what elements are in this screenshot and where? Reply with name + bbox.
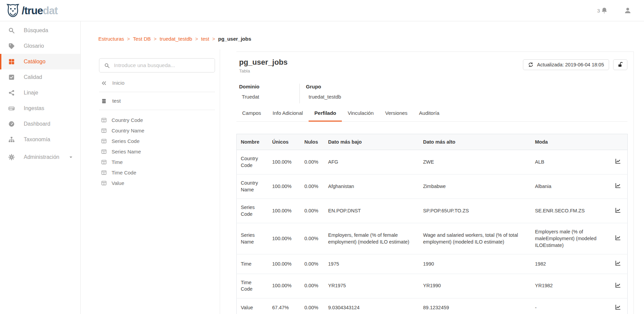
sidebar-item-dashboard[interactable]: Dashboard (0, 116, 80, 132)
group-field: Grupo truedat_testdb (299, 84, 341, 103)
sidebar-nav: Búsqueda Glosario Catálogo Calidad (0, 21, 81, 314)
owl-logo-icon (5, 3, 20, 18)
check-square-icon (8, 74, 15, 81)
unique-value: 100.00% (268, 174, 300, 199)
tree-item-country-name[interactable]: Country Name (99, 127, 215, 134)
sitemap-icon (8, 136, 15, 143)
notification-count-badge: 3 (597, 8, 600, 14)
profile-table: Nombre Únicos Nulos Dato más bajo Dato m… (236, 134, 628, 314)
table-columns-icon (101, 128, 107, 133)
nulls-value: 0.00% (300, 254, 324, 274)
tree-item-country-code[interactable]: Country Code (99, 116, 215, 124)
refresh-updated-button[interactable]: Actualizada: 2019-06-04 18:05 (523, 59, 609, 70)
sidebar-item-busqueda[interactable]: Búsqueda (0, 23, 80, 38)
chart-line-icon[interactable] (615, 234, 621, 241)
tree-root-node[interactable]: test (99, 98, 215, 104)
sidebar-item-label: Taxonomía (24, 137, 50, 143)
top-header: /truedat 3 (0, 0, 644, 21)
breadcrumb: Estructuras > Test DB > truedat_testdb >… (98, 36, 251, 42)
breadcrumb-link-test[interactable]: test (201, 36, 209, 42)
nulls-value: 0.00% (300, 223, 324, 254)
group-label: Grupo (306, 84, 341, 89)
table-row: Series Name 100.00% 0.00% Employers, fem… (237, 223, 628, 254)
field-name-link[interactable]: Series Code (237, 199, 268, 223)
column-header-actions (609, 134, 628, 150)
nulls-value: 0.00% (300, 199, 324, 223)
unique-value: 100.00% (268, 274, 300, 298)
sidebar-item-label: Catálogo (24, 59, 45, 65)
sidebar-item-ingestas[interactable]: Ingestas (0, 101, 80, 116)
bell-icon (601, 7, 608, 14)
lock-toggle-button[interactable] (613, 59, 627, 70)
tree-back-inicio[interactable]: Inicio (99, 80, 215, 86)
chart-line-icon[interactable] (615, 260, 621, 266)
unique-value: 100.00% (268, 223, 300, 254)
highest-value: 89.1232459 (419, 298, 531, 314)
breadcrumb-link-truedat-testdb[interactable]: truedat_testdb (160, 36, 192, 42)
mode-value: 1982 (531, 254, 609, 274)
field-name-link[interactable]: Country Name (237, 174, 268, 199)
divider (99, 92, 215, 92)
sidebar-item-label: Linaje (24, 90, 38, 96)
unique-value: 100.00% (268, 199, 300, 223)
sidebar-item-calidad[interactable]: Calidad (0, 69, 80, 85)
table-row: Series Code 100.00% 0.00% EN.POP.DNST SP… (237, 199, 628, 223)
field-name-link[interactable]: Time (237, 254, 268, 274)
tab-info-adicional[interactable]: Info Adicional (267, 109, 309, 121)
tree-item-label: Value (112, 180, 124, 186)
sidebar-item-glosario[interactable]: Glosario (0, 38, 80, 54)
tab-auditoria[interactable]: Auditoría (413, 109, 445, 121)
chart-line-icon[interactable] (615, 304, 621, 310)
field-name-link[interactable]: Series Name (237, 223, 268, 254)
field-name-link[interactable]: Time Code (237, 274, 268, 298)
sidebar-item-label: Dashboard (24, 121, 50, 127)
breadcrumb-link-estructuras[interactable]: Estructuras (98, 36, 124, 42)
mode-value: - (531, 298, 609, 314)
field-name-link[interactable]: Value (237, 298, 268, 314)
tree-search-input[interactable] (114, 62, 210, 68)
sidebar-item-administracion[interactable]: Administración (0, 149, 80, 165)
chart-line-icon[interactable] (615, 158, 621, 164)
tab-vinculacion[interactable]: Vinculación (342, 109, 379, 121)
tree-item-label: Country Code (112, 117, 143, 123)
detail-tabs: Campos Info Adicional Perfilado Vinculac… (236, 109, 627, 122)
table-columns-icon (101, 138, 107, 144)
tree-item-label: Series Code (112, 138, 140, 144)
chart-line-icon[interactable] (615, 182, 621, 189)
updated-timestamp: Actualizada: 2019-06-04 18:05 (537, 62, 604, 67)
highest-value: ZWE (419, 150, 531, 174)
tree-item-series-name[interactable]: Series Name (99, 148, 215, 155)
search-icon (104, 63, 110, 68)
tree-item-value[interactable]: Value (99, 179, 215, 187)
tree-item-series-code[interactable]: Series Code (99, 137, 215, 145)
lowest-value: Afghanistan (324, 174, 419, 199)
tab-perfilado[interactable]: Perfilado (309, 109, 342, 121)
breadcrumb-link-testdb[interactable]: Test DB (133, 36, 151, 42)
database-icon (101, 98, 107, 104)
tab-versiones[interactable]: Versiones (379, 109, 413, 121)
sidebar-item-label: Calidad (24, 74, 42, 80)
sidebar-item-catalogo[interactable]: Catálogo (0, 54, 80, 69)
chart-line-icon[interactable] (615, 282, 621, 288)
tree-back-label: Inicio (112, 80, 124, 86)
tree-item-time-code[interactable]: Time Code (99, 169, 215, 176)
tree-item-label: Time (112, 159, 123, 165)
mode-value: SE.ENR.SECO.FM.ZS (531, 199, 609, 223)
field-name-link[interactable]: Country Code (237, 150, 268, 174)
lowest-value: Employers, female (% of female employmen… (324, 223, 419, 254)
user-avatar-icon[interactable] (624, 6, 632, 15)
chart-line-icon[interactable] (615, 207, 621, 213)
highest-value: 1990 (419, 254, 531, 274)
tab-campos[interactable]: Campos (236, 109, 267, 121)
column-header-moda: Moda (531, 134, 609, 150)
table-columns-icon (101, 180, 107, 186)
group-value: truedat_testdb (306, 94, 341, 100)
mode-value: YR1982 (531, 274, 609, 298)
notifications-button[interactable]: 3 (597, 7, 608, 14)
lowest-value: AFG (324, 150, 419, 174)
tree-item-time[interactable]: Time (99, 158, 215, 166)
sidebar-item-taxonomia[interactable]: Taxonomía (0, 132, 80, 147)
sidebar-item-linaje[interactable]: Linaje (0, 85, 80, 101)
truedat-logo[interactable]: /truedat (0, 3, 58, 18)
table-header-row: Nombre Únicos Nulos Dato más bajo Dato m… (237, 134, 628, 150)
